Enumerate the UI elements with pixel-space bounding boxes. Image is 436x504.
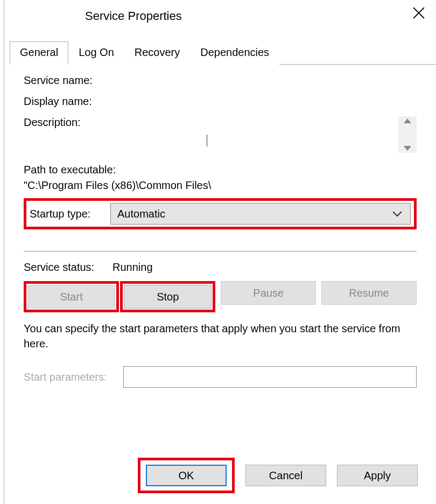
tab-general[interactable]: General bbox=[10, 41, 68, 65]
description-scrollbar[interactable] bbox=[398, 116, 417, 153]
highlight-startup-type: Startup type: Automatic bbox=[24, 198, 417, 229]
scrollbar-up-icon[interactable] bbox=[404, 118, 411, 123]
description-value bbox=[115, 116, 398, 153]
path-label: Path to executable: bbox=[24, 164, 417, 176]
cancel-button[interactable]: Cancel bbox=[245, 465, 326, 486]
resume-button: Resume bbox=[321, 281, 417, 305]
service-control-buttons: Start Stop Pause Resume bbox=[24, 281, 417, 312]
chevron-down-icon bbox=[394, 210, 402, 218]
start-button: Start bbox=[27, 285, 115, 309]
description-label: Description: bbox=[24, 116, 115, 129]
tab-recovery[interactable]: Recovery bbox=[124, 41, 190, 65]
dialog-title: Service Properties bbox=[85, 9, 182, 23]
close-icon[interactable] bbox=[411, 5, 426, 20]
path-value: "C:\Program Files (x86)\Common Files\ bbox=[24, 179, 417, 192]
start-parameters-label: Start parameters: bbox=[24, 371, 123, 383]
apply-button[interactable]: Apply bbox=[337, 465, 418, 486]
help-text: You can specify the start parameters tha… bbox=[24, 321, 417, 351]
highlight-ok-button: OK bbox=[138, 458, 235, 493]
tab-content-general: Service name: Display name: Description:… bbox=[10, 65, 431, 504]
startup-type-label: Startup type: bbox=[30, 208, 110, 220]
service-name-label: Service name: bbox=[24, 74, 115, 87]
startup-type-value: Automatic bbox=[117, 208, 165, 220]
highlight-stop-button: Stop bbox=[120, 281, 215, 312]
divider bbox=[24, 251, 417, 251]
service-status-value: Running bbox=[112, 261, 153, 274]
service-status-label: Service status: bbox=[24, 261, 112, 274]
highlight-start-button: Start bbox=[24, 281, 119, 312]
scrollbar-down-icon[interactable] bbox=[404, 146, 411, 151]
start-parameters-input bbox=[123, 366, 417, 388]
ok-button[interactable]: OK bbox=[146, 465, 227, 486]
service-properties-dialog: Service Properties General Log On Recove… bbox=[4, 0, 436, 504]
dialog-buttons: OK Cancel Apply bbox=[138, 458, 418, 493]
pause-button: Pause bbox=[221, 281, 316, 305]
display-name-label: Display name: bbox=[24, 95, 115, 108]
title-bar: Service Properties bbox=[4, 0, 436, 32]
tab-log-on[interactable]: Log On bbox=[68, 41, 124, 65]
tab-dependencies[interactable]: Dependencies bbox=[190, 41, 279, 65]
tabs: General Log On Recovery Dependencies bbox=[10, 41, 436, 65]
stop-button[interactable]: Stop bbox=[124, 285, 212, 309]
startup-type-dropdown[interactable]: Automatic bbox=[110, 203, 411, 225]
